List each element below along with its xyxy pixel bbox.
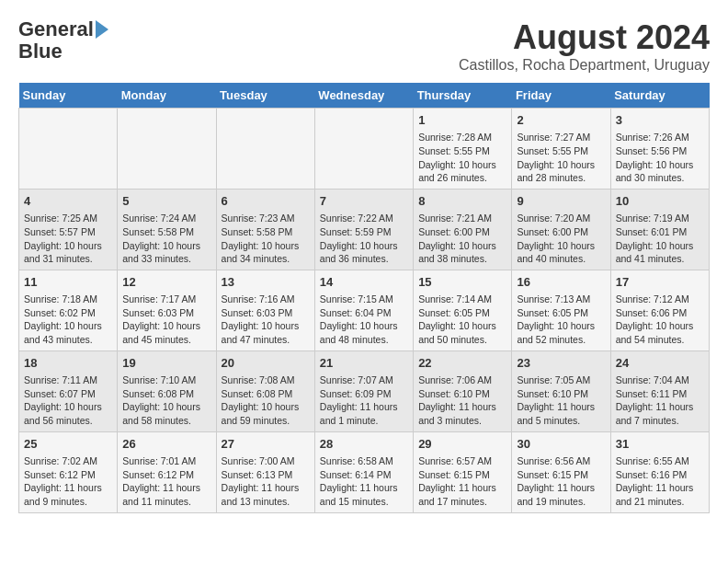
day-info: Sunrise: 6:57 AM Sunset: 6:15 PM Dayligh… bbox=[418, 454, 506, 509]
day-info: Sunrise: 7:19 AM Sunset: 6:01 PM Dayligh… bbox=[616, 212, 704, 266]
day-info: Sunrise: 7:27 AM Sunset: 5:55 PM Dayligh… bbox=[517, 131, 605, 185]
week-row-2: 4Sunrise: 7:25 AM Sunset: 5:57 PM Daylig… bbox=[19, 189, 710, 270]
calendar-cell: 25Sunrise: 7:02 AM Sunset: 6:12 PM Dayli… bbox=[19, 431, 118, 512]
calendar-cell: 22Sunrise: 7:06 AM Sunset: 6:10 PM Dayli… bbox=[414, 350, 512, 431]
day-of-week-friday: Friday bbox=[512, 83, 610, 109]
calendar-cell: 8Sunrise: 7:21 AM Sunset: 6:00 PM Daylig… bbox=[414, 189, 512, 270]
logo-blue: Blue bbox=[18, 40, 63, 63]
calendar-cell: 21Sunrise: 7:07 AM Sunset: 6:09 PM Dayli… bbox=[314, 350, 413, 431]
day-number: 27 bbox=[222, 436, 310, 453]
day-number: 23 bbox=[517, 355, 605, 372]
day-info: Sunrise: 7:17 AM Sunset: 6:03 PM Dayligh… bbox=[122, 293, 210, 347]
day-number: 18 bbox=[24, 355, 112, 372]
day-number: 11 bbox=[24, 274, 112, 291]
day-of-week-sunday: Sunday bbox=[19, 83, 118, 109]
location-subtitle: Castillos, Rocha Department, Uruguay bbox=[459, 57, 710, 74]
day-number: 5 bbox=[122, 193, 210, 210]
day-number: 29 bbox=[418, 436, 506, 453]
day-of-week-monday: Monday bbox=[118, 83, 216, 109]
calendar-cell: 10Sunrise: 7:19 AM Sunset: 6:01 PM Dayli… bbox=[610, 189, 709, 270]
logo-arrow-icon bbox=[96, 20, 108, 39]
day-number: 14 bbox=[320, 274, 408, 291]
day-info: Sunrise: 7:25 AM Sunset: 5:57 PM Dayligh… bbox=[24, 212, 112, 266]
calendar-cell: 18Sunrise: 7:11 AM Sunset: 6:07 PM Dayli… bbox=[19, 350, 118, 431]
day-info: Sunrise: 7:02 AM Sunset: 6:12 PM Dayligh… bbox=[24, 454, 112, 509]
calendar-cell: 1Sunrise: 7:28 AM Sunset: 5:55 PM Daylig… bbox=[414, 109, 512, 190]
day-info: Sunrise: 7:13 AM Sunset: 6:05 PM Dayligh… bbox=[517, 293, 605, 347]
day-info: Sunrise: 7:22 AM Sunset: 5:59 PM Dayligh… bbox=[320, 212, 408, 266]
calendar-cell: 17Sunrise: 7:12 AM Sunset: 6:06 PM Dayli… bbox=[610, 270, 709, 350]
day-info: Sunrise: 7:01 AM Sunset: 6:12 PM Dayligh… bbox=[122, 454, 210, 509]
month-title: August 2024 bbox=[459, 18, 710, 57]
day-number: 26 bbox=[122, 436, 210, 453]
calendar-cell: 20Sunrise: 7:08 AM Sunset: 6:08 PM Dayli… bbox=[216, 350, 314, 431]
day-info: Sunrise: 7:00 AM Sunset: 6:13 PM Dayligh… bbox=[222, 454, 310, 509]
calendar-cell: 4Sunrise: 7:25 AM Sunset: 5:57 PM Daylig… bbox=[19, 189, 118, 270]
day-info: Sunrise: 7:07 AM Sunset: 6:09 PM Dayligh… bbox=[320, 373, 408, 428]
day-number: 15 bbox=[418, 274, 506, 291]
day-number: 6 bbox=[222, 193, 310, 210]
day-number: 12 bbox=[122, 274, 210, 291]
calendar-cell: 12Sunrise: 7:17 AM Sunset: 6:03 PM Dayli… bbox=[118, 270, 216, 350]
calendar-cell: 23Sunrise: 7:05 AM Sunset: 6:10 PM Dayli… bbox=[512, 350, 610, 431]
calendar-body: 1Sunrise: 7:28 AM Sunset: 5:55 PM Daylig… bbox=[19, 109, 710, 513]
calendar-cell bbox=[314, 109, 413, 190]
day-number: 2 bbox=[517, 112, 605, 129]
day-number: 1 bbox=[418, 112, 506, 129]
calendar-cell: 6Sunrise: 7:23 AM Sunset: 5:58 PM Daylig… bbox=[216, 189, 314, 270]
day-number: 13 bbox=[222, 274, 310, 291]
day-number: 25 bbox=[24, 436, 112, 453]
day-info: Sunrise: 7:21 AM Sunset: 6:00 PM Dayligh… bbox=[418, 212, 506, 266]
day-number: 17 bbox=[616, 274, 704, 291]
day-info: Sunrise: 7:08 AM Sunset: 6:08 PM Dayligh… bbox=[222, 373, 310, 428]
day-number: 31 bbox=[616, 436, 704, 453]
day-of-week-tuesday: Tuesday bbox=[216, 83, 314, 109]
calendar-cell: 5Sunrise: 7:24 AM Sunset: 5:58 PM Daylig… bbox=[118, 189, 216, 270]
day-of-week-saturday: Saturday bbox=[610, 83, 709, 109]
logo-general: General bbox=[18, 18, 94, 40]
calendar-cell: 9Sunrise: 7:20 AM Sunset: 6:00 PM Daylig… bbox=[512, 189, 610, 270]
calendar-table: SundayMondayTuesdayWednesdayThursdayFrid… bbox=[18, 83, 710, 513]
day-info: Sunrise: 7:26 AM Sunset: 5:56 PM Dayligh… bbox=[616, 131, 704, 185]
day-number: 9 bbox=[517, 193, 605, 210]
calendar-cell: 28Sunrise: 6:58 AM Sunset: 6:14 PM Dayli… bbox=[314, 431, 413, 512]
day-info: Sunrise: 7:15 AM Sunset: 6:04 PM Dayligh… bbox=[320, 293, 408, 347]
calendar-cell: 26Sunrise: 7:01 AM Sunset: 6:12 PM Dayli… bbox=[118, 431, 216, 512]
days-of-week-row: SundayMondayTuesdayWednesdayThursdayFrid… bbox=[19, 83, 710, 109]
day-info: Sunrise: 7:04 AM Sunset: 6:11 PM Dayligh… bbox=[616, 373, 704, 428]
calendar-cell: 2Sunrise: 7:27 AM Sunset: 5:55 PM Daylig… bbox=[512, 109, 610, 190]
calendar-cell: 7Sunrise: 7:22 AM Sunset: 5:59 PM Daylig… bbox=[314, 189, 413, 270]
calendar-cell: 3Sunrise: 7:26 AM Sunset: 5:56 PM Daylig… bbox=[610, 109, 709, 190]
calendar-cell: 27Sunrise: 7:00 AM Sunset: 6:13 PM Dayli… bbox=[216, 431, 314, 512]
week-row-5: 25Sunrise: 7:02 AM Sunset: 6:12 PM Dayli… bbox=[19, 431, 710, 512]
day-info: Sunrise: 7:05 AM Sunset: 6:10 PM Dayligh… bbox=[517, 373, 605, 428]
calendar-cell: 15Sunrise: 7:14 AM Sunset: 6:05 PM Dayli… bbox=[414, 270, 512, 350]
day-of-week-thursday: Thursday bbox=[414, 83, 512, 109]
day-number: 30 bbox=[517, 436, 605, 453]
day-info: Sunrise: 7:24 AM Sunset: 5:58 PM Dayligh… bbox=[122, 212, 210, 266]
day-info: Sunrise: 7:18 AM Sunset: 6:02 PM Dayligh… bbox=[24, 293, 112, 347]
week-row-1: 1Sunrise: 7:28 AM Sunset: 5:55 PM Daylig… bbox=[19, 109, 710, 190]
day-info: Sunrise: 7:23 AM Sunset: 5:58 PM Dayligh… bbox=[222, 212, 310, 266]
calendar-cell bbox=[216, 109, 314, 190]
calendar-cell: 11Sunrise: 7:18 AM Sunset: 6:02 PM Dayli… bbox=[19, 270, 118, 350]
title-area: August 2024 Castillos, Rocha Department,… bbox=[459, 18, 710, 74]
logo: General Blue bbox=[18, 18, 108, 63]
page-header: General Blue August 2024 Castillos, Roch… bbox=[18, 18, 710, 74]
day-number: 3 bbox=[616, 112, 704, 129]
day-info: Sunrise: 6:56 AM Sunset: 6:15 PM Dayligh… bbox=[517, 454, 605, 509]
day-info: Sunrise: 7:20 AM Sunset: 6:00 PM Dayligh… bbox=[517, 212, 605, 266]
calendar-cell bbox=[19, 109, 118, 190]
day-info: Sunrise: 7:10 AM Sunset: 6:08 PM Dayligh… bbox=[122, 373, 210, 428]
day-number: 21 bbox=[320, 355, 408, 372]
day-number: 7 bbox=[320, 193, 408, 210]
day-number: 16 bbox=[517, 274, 605, 291]
day-info: Sunrise: 6:58 AM Sunset: 6:14 PM Dayligh… bbox=[320, 454, 408, 509]
day-info: Sunrise: 7:11 AM Sunset: 6:07 PM Dayligh… bbox=[24, 373, 112, 428]
calendar-cell: 31Sunrise: 6:55 AM Sunset: 6:16 PM Dayli… bbox=[610, 431, 709, 512]
day-of-week-wednesday: Wednesday bbox=[314, 83, 413, 109]
day-info: Sunrise: 6:55 AM Sunset: 6:16 PM Dayligh… bbox=[616, 454, 704, 509]
day-info: Sunrise: 7:06 AM Sunset: 6:10 PM Dayligh… bbox=[418, 373, 506, 428]
day-number: 10 bbox=[616, 193, 704, 210]
day-number: 28 bbox=[320, 436, 408, 453]
